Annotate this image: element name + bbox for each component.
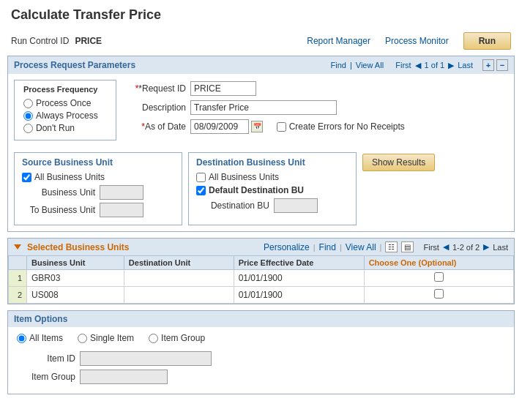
process-once-radio[interactable] — [23, 99, 33, 108]
grid-nav-next[interactable]: ▶ — [483, 242, 489, 252]
request-id-label: **Request ID — [127, 83, 186, 94]
selected-bu-title-area: Selected Business Units — [14, 242, 129, 252]
item-group-label: Item Group — [17, 372, 75, 382]
default-dest-checkbox[interactable] — [196, 186, 206, 195]
col-business-unit: Business Unit — [27, 256, 124, 270]
as-of-date-label: *As of Date — [127, 121, 186, 132]
grid-first-label: First — [424, 243, 439, 252]
run-control-label: Run Control ID — [11, 36, 69, 46]
last-label: Last — [458, 61, 473, 70]
selected-bu-section: Selected Business Units Personalize | Fi… — [7, 238, 515, 304]
col-price-effective-date: Price Effective Date — [234, 256, 364, 270]
col-num — [9, 256, 27, 270]
default-dest-row: Default Destination BU — [196, 185, 348, 195]
all-items-label: All Items — [29, 333, 63, 343]
collapse-icon[interactable] — [14, 244, 21, 250]
grid-nav-prev[interactable]: ◀ — [443, 242, 449, 252]
table-row: 1 GBR03 01/01/1900 — [9, 270, 514, 287]
single-item-row: Single Item — [78, 333, 134, 343]
description-label: Description — [127, 102, 186, 113]
calendar-icon[interactable]: 📅 — [251, 121, 263, 132]
choose-one-checkbox[interactable] — [434, 272, 444, 282]
source-to-bu-input[interactable] — [100, 203, 143, 217]
source-all-bu-checkbox[interactable] — [22, 173, 31, 182]
business-unit-cell: GBR03 — [27, 270, 124, 287]
source-to-bu-label: To Business Unit — [22, 205, 95, 215]
run-control-area: Run Control ID PRICE — [11, 36, 102, 46]
item-options-title: Item Options — [14, 314, 67, 324]
process-request-header: Process Request Parameters Find | View A… — [8, 56, 514, 74]
view-all-link[interactable]: View All — [356, 61, 384, 70]
single-item-radio[interactable] — [78, 334, 87, 343]
as-of-date-row: *As of Date 📅 Create Errors for No Recei… — [127, 119, 508, 134]
add-row-button[interactable]: + — [482, 59, 494, 71]
grid-view-icon[interactable]: ☷ — [385, 241, 398, 252]
item-id-row: Item ID — [17, 351, 505, 366]
process-request-nav: Find | View All First ◀ 1 of 1 ▶ Last + … — [331, 59, 509, 71]
selected-bu-header: Selected Business Units Personalize | Fi… — [8, 239, 514, 255]
process-once-label: Process Once — [36, 98, 91, 108]
dest-bu-input[interactable] — [274, 198, 318, 213]
process-request-section: Process Request Parameters Find | View A… — [7, 56, 515, 232]
remove-row-button[interactable]: − — [496, 59, 508, 71]
nav-links: Report Manager Process Monitor Run — [307, 32, 511, 50]
selected-bu-title: Selected Business Units — [27, 242, 129, 252]
personalize-link[interactable]: Personalize — [264, 242, 310, 252]
dest-all-bu-checkbox[interactable] — [196, 173, 206, 182]
grid-page-info: 1-2 of 2 — [452, 243, 480, 252]
dont-run-label: Don't Run — [36, 123, 75, 133]
always-process-row: Always Process — [23, 110, 107, 121]
show-results-button[interactable]: Show Results — [362, 154, 435, 171]
choose-one-cell — [364, 270, 513, 287]
always-process-radio[interactable] — [23, 111, 33, 121]
nav-prev-arrow[interactable]: ◀ — [415, 61, 421, 70]
show-results-area: Show Results — [362, 152, 435, 225]
nav-next-arrow[interactable]: ▶ — [448, 61, 454, 70]
row-num: 2 — [9, 287, 27, 304]
report-manager-link[interactable]: Report Manager — [307, 36, 370, 46]
table-row: 2 US008 01/01/1900 — [9, 287, 514, 304]
grid-view-all-link[interactable]: View All — [346, 242, 376, 252]
source-bu-title: Source Business Unit — [22, 157, 174, 168]
dest-all-bu-label: All Business Units — [209, 172, 279, 182]
item-options-header: Item Options — [8, 311, 514, 327]
item-id-input[interactable] — [80, 351, 212, 366]
default-dest-label: Default Destination BU — [209, 185, 304, 195]
find-link[interactable]: Find — [331, 61, 346, 70]
item-group-label: Item Group — [161, 333, 205, 343]
first-label: First — [395, 61, 411, 70]
source-bu-field-row: Business Unit — [22, 185, 174, 200]
grid-find-link[interactable]: Find — [319, 242, 336, 252]
all-items-row: All Items — [17, 333, 63, 343]
as-of-date-input[interactable] — [190, 119, 249, 134]
item-options-body: All Items Single Item Item Group Item ID… — [8, 327, 514, 394]
source-bu-label: Business Unit — [22, 187, 95, 198]
run-button[interactable]: Run — [463, 32, 511, 50]
process-frequency-box: Process Frequency Process Once Always Pr… — [14, 80, 116, 140]
page-title: Calculate Transfer Price — [11, 7, 511, 23]
choose-one-checkbox[interactable] — [434, 289, 444, 299]
all-items-radio[interactable] — [17, 334, 26, 343]
business-unit-cell: US008 — [27, 287, 124, 304]
item-group-input[interactable] — [80, 370, 168, 384]
description-input[interactable] — [190, 100, 337, 115]
always-process-label: Always Process — [36, 110, 98, 121]
dont-run-radio[interactable] — [23, 124, 33, 133]
source-to-bu-field-row: To Business Unit — [22, 203, 174, 217]
grid-controls: Personalize | Find | View All | ☷ ▤ Firs… — [264, 241, 508, 252]
grid-chart-icon[interactable]: ▤ — [401, 241, 414, 252]
process-request-title: Process Request Parameters — [14, 60, 135, 70]
request-id-row: **Request ID — [127, 81, 508, 96]
dest-bu-label: Destination BU — [196, 200, 269, 211]
source-all-bu-row: All Business Units — [22, 172, 174, 182]
item-group-radio[interactable] — [149, 334, 158, 343]
source-bu-input[interactable] — [100, 185, 143, 200]
create-errors-checkbox[interactable] — [277, 122, 286, 132]
price-effective-date-cell: 01/01/1900 — [234, 287, 364, 304]
request-id-input[interactable] — [190, 81, 256, 96]
destination-unit-cell — [124, 270, 234, 287]
choose-one-cell — [364, 287, 513, 304]
process-monitor-link[interactable]: Process Monitor — [385, 36, 449, 46]
description-row: Description — [127, 100, 508, 115]
run-control-id-value: PRICE — [75, 36, 102, 46]
